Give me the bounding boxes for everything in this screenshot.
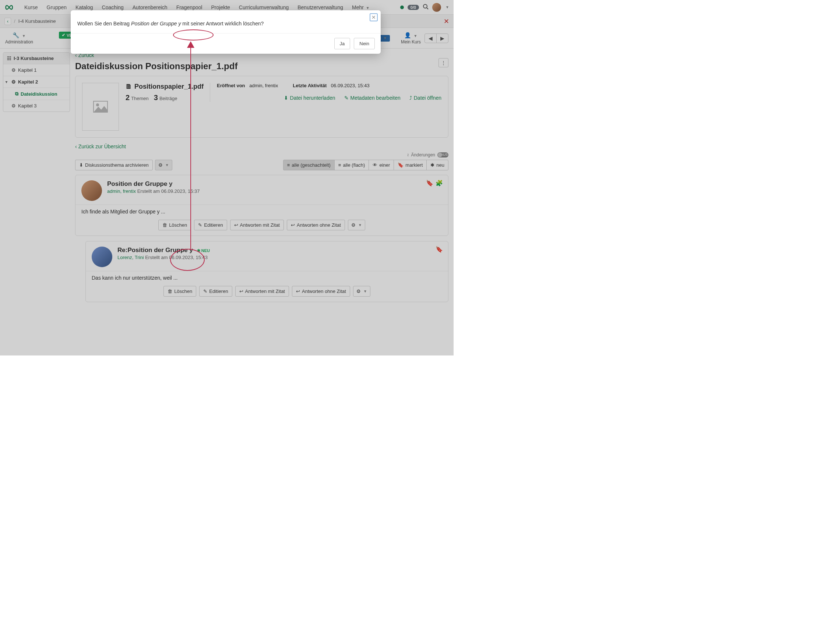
modal-no-button[interactable]: Nein [354,38,375,49]
modal-close-button[interactable]: ✕ [370,13,378,21]
modal-yes-button[interactable]: Ja [334,38,350,49]
confirm-delete-modal: ✕ Wollen Sie den Beitrag Position der Gr… [71,10,381,54]
modal-message: Wollen Sie den Beitrag Position der Grup… [71,10,381,34]
